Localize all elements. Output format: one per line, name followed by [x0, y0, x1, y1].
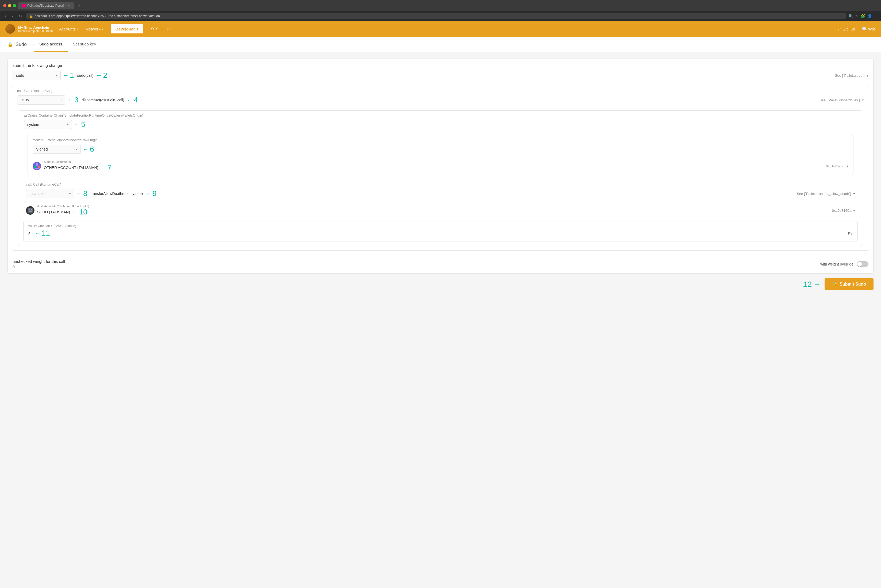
menu-icon[interactable]: ⋮	[874, 14, 878, 18]
see-pallet-sudo-text: See [`Pallet::sudo`].	[835, 74, 866, 78]
as-origin-card: asOrigin: ContainerChainTemplateFrontier…	[19, 110, 862, 246]
accounts-menu[interactable]: Accounts ▾	[59, 27, 78, 31]
system-selector-wrapper: system ▾ ← 5	[24, 120, 85, 129]
sudo-hex-caret-icon: ▾	[853, 208, 855, 213]
weight-override-label: with weight override	[820, 262, 854, 266]
breadcrumb-arrow-icon: ›	[32, 42, 34, 48]
utility-card: call: Call (RuntimeCall) utility ▾ ← 3 d…	[12, 86, 869, 250]
signed-row: Signed ▾ ← 6	[28, 142, 853, 158]
nav-refresh-button[interactable]: ↻	[17, 13, 24, 19]
signed-selector[interactable]: Signed ▾	[33, 145, 81, 154]
system-frame-label: system: FrameSupportDispatchRawOrigin	[28, 135, 853, 142]
submit-sudo-button[interactable]: 🔐 Submit Sudo	[825, 278, 873, 290]
utility-selector[interactable]: utility ▾	[17, 96, 65, 105]
other-account-hex[interactable]: 0x8A4f670... ▾	[826, 164, 848, 168]
new-tab-icon[interactable]: ＋	[77, 3, 81, 9]
wiki-link[interactable]: 📖 Wiki	[861, 27, 876, 31]
sudo-account-hex[interactable]: 0xa9d3160... ▾	[832, 208, 855, 213]
weight-value: 0	[13, 265, 65, 269]
sudo-selector-text: sudo	[16, 73, 56, 78]
wiki-label: Wiki	[868, 27, 876, 31]
bookmark-icon[interactable]: ☆	[855, 14, 858, 18]
arrow-5-num: 5	[81, 120, 85, 129]
see-pallet-sudo-link[interactable]: See [`Pallet::sudo`]. ▾	[835, 74, 868, 78]
github-link[interactable]: ⎇ GitHub	[836, 27, 855, 31]
transfer-wrapper: transferAllowDeath(dest, value) ← 9	[91, 189, 157, 198]
sudo-account-hex-text: 0xa9d3160...	[832, 208, 852, 213]
arrow-left-10-icon: ←	[72, 208, 78, 216]
browser-nav: ‹ › ↻ 🔒 polkadot.js.org/apps/?rpc=wss://…	[0, 11, 881, 21]
arrow-11-num: 11	[42, 229, 50, 237]
browser-tab[interactable]: Polkadot/Substrate Portal ✕	[18, 2, 74, 9]
arrow-left-3-icon: ←	[68, 96, 73, 104]
arrow-12-num: 12	[803, 280, 812, 289]
system-caret-icon: ▾	[67, 123, 69, 126]
network-label: Network	[86, 27, 101, 31]
tab-set-sudo-key[interactable]: Set sudo key	[68, 37, 102, 52]
arrow-7-annotation: ← 7	[100, 164, 111, 172]
arrow-left-5-icon: ←	[74, 121, 80, 128]
url-bar[interactable]: 🔒 polkadot.js.org/apps/?rpc=wss://fraa-f…	[26, 13, 846, 19]
submit-section: 12 → 🔐 Submit Sudo	[8, 274, 873, 292]
browser-chrome: Polkadot/Substrate Portal ✕ ＋	[0, 0, 881, 11]
signed-selector-wrapper: Signed ▾ ← 6	[33, 145, 94, 154]
system-selector[interactable]: system ▾	[24, 120, 72, 129]
other-account-hex-caret-icon: ▾	[846, 164, 848, 168]
system-row: system ▾ ← 5	[19, 117, 862, 133]
tab-close-icon[interactable]: ✕	[68, 4, 70, 8]
see-dispatch-text: See [`Pallet::dispatch_as`].	[819, 98, 861, 102]
sudo-selector[interactable]: sudo ▾	[13, 71, 61, 80]
tab-sudo-access[interactable]: Sudo access	[34, 37, 68, 52]
arrow-left-9-icon: ←	[146, 190, 152, 197]
settings-icon: ⚙	[151, 27, 154, 31]
profile-icon[interactable]: 👤	[867, 14, 872, 18]
arrow-6-num: 6	[90, 145, 94, 153]
other-account-hex-text: 0x8A4f670...	[826, 164, 845, 168]
app-header: My Snap Appchain frontier-template/500 #…	[0, 21, 881, 37]
dispatch-as-wrapper: dispatchAs(asOrigin, call) ← 4	[82, 96, 138, 104]
arrow-10-annotation: ← 10	[72, 208, 87, 216]
signed-account-id-label: Signed: AccountId20	[44, 160, 823, 164]
svg-point-1	[36, 163, 38, 166]
header-right: ⎇ GitHub 📖 Wiki	[836, 27, 876, 31]
see-dispatch-link[interactable]: See [`Pallet::dispatch_as`]. ▾	[819, 98, 864, 102]
nav-forward-button[interactable]: ›	[10, 13, 15, 19]
search-icon[interactable]: 🔍	[848, 14, 853, 18]
sudo-selector-wrapper: sudo ▾ ← 1	[13, 71, 74, 80]
balances-selector[interactable]: balances ▾	[26, 189, 74, 198]
signed-caret-icon: ▾	[76, 148, 77, 151]
arrow-left-8-icon: ←	[76, 190, 82, 197]
nav-back-button[interactable]: ‹	[3, 13, 8, 19]
arrow-4-annotation: ← 4	[127, 96, 138, 104]
arrow-8-annotation: ← 8	[76, 189, 87, 198]
balances-selector-wrapper: balances ▾ ← 8	[26, 189, 87, 198]
settings-button[interactable]: ⚙ Settings	[151, 27, 170, 31]
arrow-left-7-icon: ←	[100, 164, 106, 171]
browser-dots	[3, 4, 16, 7]
sudo-account-avatar	[26, 206, 35, 215]
maximize-dot[interactable]	[13, 4, 16, 7]
svg-rect-8	[29, 211, 32, 212]
arrow-2-annotation: ← 2	[96, 71, 107, 80]
arrow-11-annotation: ← 11	[35, 229, 50, 237]
weight-label: unchecked weight for this call	[13, 259, 65, 264]
see-transfer-link[interactable]: See [`Pallet::transfer_allow_death`]. ▾	[797, 192, 855, 196]
accounts-label: Accounts	[59, 27, 76, 31]
developer-button[interactable]: Developer ▾	[111, 24, 144, 33]
url-text: polkadot.js.org/apps/?rpc=wss://fraa-fla…	[35, 14, 160, 18]
app-title: My Snap Appchain frontier-template/500 #…	[18, 26, 53, 33]
svg-rect-5	[27, 208, 33, 213]
close-dot[interactable]	[3, 4, 6, 7]
weight-left: unchecked weight for this call 0	[13, 259, 65, 269]
extensions-icon[interactable]: 🧩	[861, 14, 865, 18]
network-menu[interactable]: Network ▾	[86, 27, 103, 31]
network-caret-icon: ▾	[102, 27, 103, 30]
weight-override-toggle[interactable]	[857, 261, 868, 267]
weight-section: unchecked weight for this call 0 with we…	[8, 255, 873, 273]
minimize-dot[interactable]	[8, 4, 11, 7]
value-compact-label: value: Compact<u128> (Balance)	[29, 224, 852, 228]
toggle-thumb	[857, 262, 862, 267]
weight-right: with weight override	[820, 261, 868, 267]
see-transfer-caret-icon: ▾	[853, 192, 855, 196]
sudo-call-text: sudo(call)	[77, 73, 94, 78]
